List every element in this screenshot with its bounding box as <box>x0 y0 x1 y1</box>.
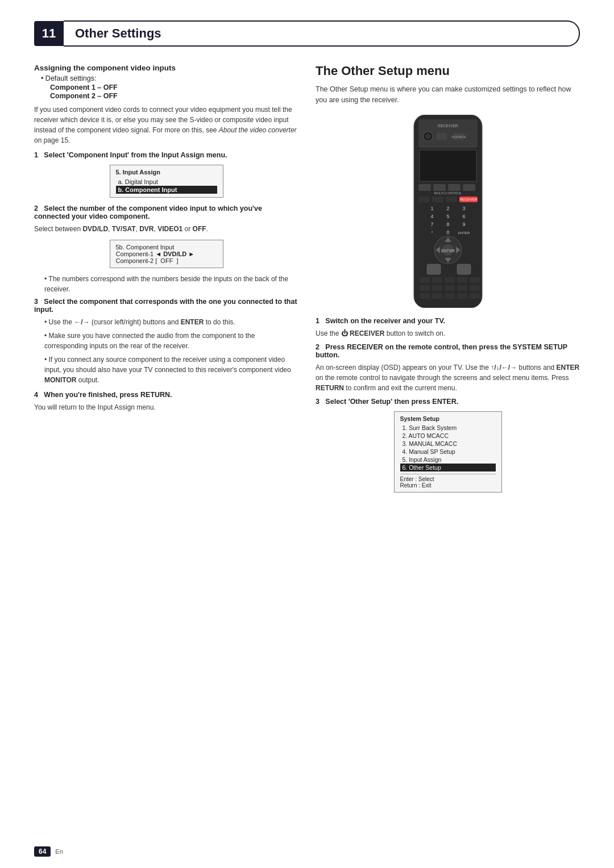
svg-rect-49 <box>432 285 442 291</box>
svg-text:7: 7 <box>430 222 433 227</box>
sys-footer-line1: Enter : Select <box>400 476 496 482</box>
sub-bullet-2: • Make sure you have connected the audio… <box>44 331 298 351</box>
chapter-title: Other Settings <box>64 20 580 47</box>
chapter-number: 11 <box>34 21 64 46</box>
svg-text:MULTI-CONTROL: MULTI-CONTROL <box>434 191 462 195</box>
sys-row-4: 4. Manual SP Setup <box>400 448 496 456</box>
left-column: Assigning the component video inputs • D… <box>34 64 298 498</box>
svg-text:4: 4 <box>430 214 433 219</box>
sys-footer-line2: Return : Exit <box>400 482 496 489</box>
step3-heading: 3 Select the component that corresponds … <box>34 298 298 314</box>
step2-heading: 2 Select the number of the component vid… <box>34 205 298 220</box>
default-settings-bullet: • Default settings: <box>41 74 298 82</box>
svg-text:*: * <box>431 231 433 235</box>
right-step1-heading: 1 Switch on the receiver and your TV. <box>316 317 580 325</box>
svg-rect-5 <box>437 133 447 140</box>
svg-text:RECEIVER: RECEIVER <box>459 198 477 201</box>
sys-row-6: 6. Other Setup <box>400 464 496 471</box>
svg-rect-50 <box>445 285 455 291</box>
svg-rect-10 <box>433 184 446 191</box>
svg-rect-47 <box>470 277 480 283</box>
svg-rect-48 <box>420 285 430 291</box>
step4-heading: 4 When you're finished, press RETURN. <box>34 391 298 399</box>
setup-intro: The Other Setup menu is where you can ma… <box>316 84 580 106</box>
page-language: En <box>55 848 63 855</box>
right-step1-body: Use the ⏻ RECEIVER button to switch on. <box>316 328 580 339</box>
svg-rect-12 <box>463 184 475 191</box>
svg-rect-40 <box>427 264 441 274</box>
svg-rect-11 <box>448 184 460 191</box>
svg-rect-9 <box>418 184 431 191</box>
screen1-title: 5. Input Assign <box>116 169 217 176</box>
sub-bullet-1: • Use the ←/→ (cursor left/right) button… <box>44 317 298 327</box>
screen2-row1: Component-1 ◄ DVD/LD ► <box>116 251 217 257</box>
svg-rect-55 <box>445 293 455 299</box>
screen2-row2: Component-2 [ OFF ] <box>116 257 217 264</box>
svg-rect-54 <box>432 293 442 299</box>
assigning-heading: Assigning the component video inputs <box>34 64 298 72</box>
screen2-title: 5b. Component Input <box>116 244 217 251</box>
component1-line: Component 1 – OFF <box>50 84 298 91</box>
right-column: The Other Setup menu The Other Setup men… <box>316 64 580 498</box>
svg-rect-44 <box>432 277 442 283</box>
svg-rect-42 <box>457 264 471 274</box>
svg-text:1: 1 <box>430 206 433 211</box>
remote-illustration: RECEIVER SOURCE MULTI-CONTROL <box>316 115 580 308</box>
setup-menu-title: The Other Setup menu <box>316 64 580 78</box>
sys-row-3: 3. MANUAL MCACC <box>400 440 496 448</box>
screen1-row1: a. Digital Input <box>116 178 217 186</box>
svg-text:8: 8 <box>446 222 449 227</box>
right-step2-heading: 2 Press RECEIVER on the remote control, … <box>316 343 580 359</box>
svg-rect-14 <box>418 197 430 202</box>
sys-footer: Enter : Select Return : Exit <box>400 474 496 489</box>
right-step3-heading: 3 Select 'Other Setup' then press ENTER. <box>316 398 580 406</box>
svg-rect-15 <box>432 197 443 202</box>
svg-text:3: 3 <box>462 206 465 211</box>
page-footer: 64 En <box>34 846 63 857</box>
svg-text:ENTER: ENTER <box>441 249 455 253</box>
component-body-text: If you used component video cords to con… <box>34 105 298 145</box>
svg-text:5: 5 <box>446 214 449 219</box>
step2-body: Select between DVD/LD, TV/SAT, DVR, VIDE… <box>34 224 298 234</box>
sys-row-1: 1. Surr Back System <box>400 424 496 432</box>
svg-rect-8 <box>420 150 476 181</box>
svg-text:RECEIVER: RECEIVER <box>438 124 458 128</box>
svg-text:ENTER: ENTER <box>458 231 470 235</box>
svg-text:6: 6 <box>462 214 465 219</box>
content-area: Assigning the component video inputs • D… <box>34 64 580 498</box>
svg-rect-43 <box>420 277 430 283</box>
svg-rect-46 <box>457 277 467 283</box>
svg-text:2: 2 <box>446 206 449 211</box>
svg-rect-45 <box>445 277 455 283</box>
page-header: 11 Other Settings <box>34 20 580 47</box>
component2-line: Component 2 – OFF <box>50 92 298 100</box>
svg-text:SOURCE: SOURCE <box>451 135 466 139</box>
screen-input-assign: 5. Input Assign a. Digital Input b. Comp… <box>110 165 223 198</box>
step1-heading: 1 Select 'Component Input' from the Inpu… <box>34 151 298 159</box>
svg-rect-56 <box>457 293 467 299</box>
screen1-row2: b. Component Input <box>116 186 217 194</box>
sub-bullet-3: • If you connect any source component to… <box>44 354 298 385</box>
screen-component-input: 5b. Component Input Component-1 ◄ DVD/LD… <box>110 240 223 268</box>
svg-rect-57 <box>470 293 480 299</box>
right-step2-body: An on-screen display (OSD) appears on yo… <box>316 362 580 393</box>
svg-point-4 <box>425 133 431 139</box>
svg-rect-51 <box>457 285 467 291</box>
sys-screen-title: System Setup <box>400 415 496 422</box>
svg-rect-53 <box>420 293 430 299</box>
system-setup-screen: System Setup 1. Surr Back System 2. AUTO… <box>394 411 502 493</box>
svg-rect-16 <box>446 197 457 202</box>
step4-body: You will return to the Input Assign menu… <box>34 402 298 412</box>
svg-rect-52 <box>470 285 480 291</box>
bullet-numbers: • The numbers correspond with the number… <box>44 274 298 294</box>
page-number: 64 <box>34 846 51 857</box>
sys-row-5: 5. Input Assign <box>400 456 496 464</box>
svg-text:0: 0 <box>446 229 449 235</box>
sys-row-2: 2. AUTO MCACC <box>400 432 496 440</box>
svg-text:9: 9 <box>462 222 465 227</box>
